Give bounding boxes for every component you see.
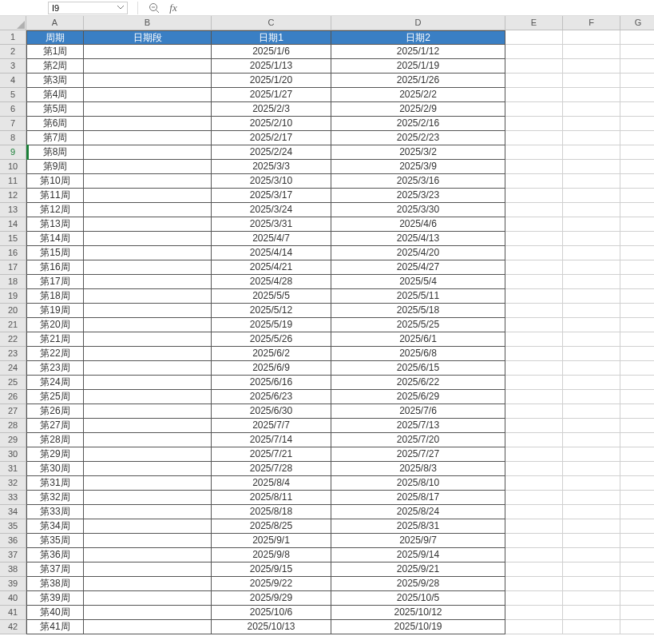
cell-B36[interactable]: [84, 534, 212, 548]
cell-B10[interactable]: [84, 160, 212, 174]
cell-C27[interactable]: 2025/6/30: [212, 404, 331, 419]
cell-C18[interactable]: 2025/4/28: [212, 275, 331, 289]
row-header-14[interactable]: 14: [0, 217, 26, 232]
cell-B6[interactable]: [84, 102, 212, 117]
cell-B41[interactable]: [84, 606, 212, 620]
cell-G14[interactable]: [620, 217, 654, 232]
row-header-37[interactable]: 37: [0, 548, 26, 563]
cell-D21[interactable]: 2025/5/25: [331, 318, 505, 332]
cell-G10[interactable]: [620, 160, 654, 174]
cell-B26[interactable]: [84, 390, 212, 404]
row-header-30[interactable]: 30: [0, 447, 26, 462]
cell-D41[interactable]: 2025/10/12: [331, 606, 505, 620]
cell-C11[interactable]: 2025/3/10: [212, 174, 331, 189]
cell-E8[interactable]: [505, 131, 563, 145]
cell-F19[interactable]: [563, 289, 620, 304]
name-box[interactable]: I9: [48, 2, 128, 14]
cell-G8[interactable]: [620, 131, 654, 145]
cell-F42[interactable]: [563, 620, 620, 634]
cell-C36[interactable]: 2025/9/1: [212, 534, 331, 548]
cell-F28[interactable]: [563, 419, 620, 433]
cell-F22[interactable]: [563, 332, 620, 347]
cell-G5[interactable]: [620, 88, 654, 102]
cell-C1[interactable]: 日期1: [212, 30, 331, 45]
cell-A23[interactable]: 第22周: [26, 347, 84, 361]
cell-C35[interactable]: 2025/8/25: [212, 519, 331, 534]
row-header-7[interactable]: 7: [0, 117, 26, 131]
row-header-23[interactable]: 23: [0, 347, 26, 361]
cell-C24[interactable]: 2025/6/9: [212, 361, 331, 376]
cell-G3[interactable]: [620, 59, 654, 74]
column-headers[interactable]: ABCDEFG: [26, 16, 654, 30]
cell-C26[interactable]: 2025/6/23: [212, 390, 331, 404]
row-headers[interactable]: 1234567891011121314151617181920212223242…: [0, 30, 26, 634]
cell-C29[interactable]: 2025/7/14: [212, 433, 331, 447]
cell-A9[interactable]: 第8周: [26, 145, 84, 160]
cell-D1[interactable]: 日期2: [331, 30, 505, 45]
cell-A7[interactable]: 第6周: [26, 117, 84, 131]
cell-C25[interactable]: 2025/6/16: [212, 376, 331, 390]
cell-B11[interactable]: [84, 174, 212, 189]
cell-C13[interactable]: 2025/3/24: [212, 203, 331, 217]
row-header-21[interactable]: 21: [0, 318, 26, 332]
cell-F2[interactable]: [563, 45, 620, 59]
cell-G31[interactable]: [620, 462, 654, 476]
cell-E34[interactable]: [505, 505, 563, 519]
column-header-A[interactable]: A: [26, 16, 84, 30]
cell-G32[interactable]: [620, 476, 654, 491]
row-header-31[interactable]: 31: [0, 462, 26, 476]
cell-B29[interactable]: [84, 433, 212, 447]
cell-F3[interactable]: [563, 59, 620, 74]
cell-A11[interactable]: 第10周: [26, 174, 84, 189]
cell-E3[interactable]: [505, 59, 563, 74]
cell-F21[interactable]: [563, 318, 620, 332]
cell-G25[interactable]: [620, 376, 654, 390]
cell-A5[interactable]: 第4周: [26, 88, 84, 102]
cell-F25[interactable]: [563, 376, 620, 390]
cell-A4[interactable]: 第3周: [26, 74, 84, 88]
cell-B38[interactable]: [84, 563, 212, 577]
cell-F40[interactable]: [563, 591, 620, 606]
cell-B7[interactable]: [84, 117, 212, 131]
cell-A1[interactable]: 周期: [26, 30, 84, 45]
cell-F32[interactable]: [563, 476, 620, 491]
cell-F23[interactable]: [563, 347, 620, 361]
cell-F31[interactable]: [563, 462, 620, 476]
cell-B22[interactable]: [84, 332, 212, 347]
row-header-38[interactable]: 38: [0, 563, 26, 577]
cell-B40[interactable]: [84, 591, 212, 606]
cell-D31[interactable]: 2025/8/3: [331, 462, 505, 476]
cell-E11[interactable]: [505, 174, 563, 189]
row-header-32[interactable]: 32: [0, 476, 26, 491]
cell-C38[interactable]: 2025/9/15: [212, 563, 331, 577]
cell-G18[interactable]: [620, 275, 654, 289]
cell-G19[interactable]: [620, 289, 654, 304]
cell-G41[interactable]: [620, 606, 654, 620]
cell-F38[interactable]: [563, 563, 620, 577]
cell-C9[interactable]: 2025/2/24: [212, 145, 331, 160]
cell-E14[interactable]: [505, 217, 563, 232]
row-header-39[interactable]: 39: [0, 577, 26, 591]
cell-G40[interactable]: [620, 591, 654, 606]
cell-B19[interactable]: [84, 289, 212, 304]
cell-G13[interactable]: [620, 203, 654, 217]
cell-F18[interactable]: [563, 275, 620, 289]
cell-C16[interactable]: 2025/4/14: [212, 246, 331, 260]
row-header-12[interactable]: 12: [0, 189, 26, 203]
cell-D23[interactable]: 2025/6/8: [331, 347, 505, 361]
cell-E27[interactable]: [505, 404, 563, 419]
row-header-13[interactable]: 13: [0, 203, 26, 217]
cell-C8[interactable]: 2025/2/17: [212, 131, 331, 145]
cell-D34[interactable]: 2025/8/24: [331, 505, 505, 519]
row-header-41[interactable]: 41: [0, 606, 26, 620]
cell-A30[interactable]: 第29周: [26, 447, 84, 462]
column-header-D[interactable]: D: [331, 16, 505, 30]
cell-F34[interactable]: [563, 505, 620, 519]
row-header-5[interactable]: 5: [0, 88, 26, 102]
cell-A13[interactable]: 第12周: [26, 203, 84, 217]
cell-B16[interactable]: [84, 246, 212, 260]
cell-A20[interactable]: 第19周: [26, 304, 84, 318]
cell-B24[interactable]: [84, 361, 212, 376]
row-header-22[interactable]: 22: [0, 332, 26, 347]
cell-C23[interactable]: 2025/6/2: [212, 347, 331, 361]
